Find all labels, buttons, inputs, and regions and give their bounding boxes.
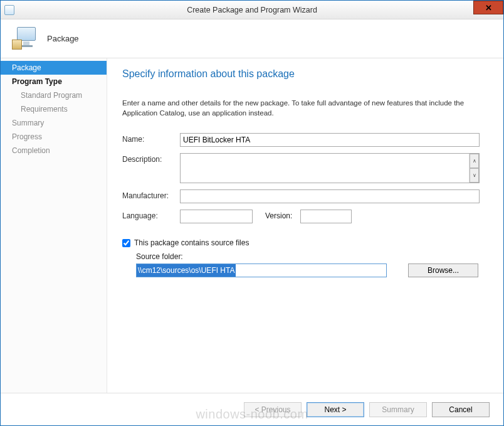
name-input[interactable] [180,133,480,147]
content-pane: Specify information about this package E… [107,58,503,393]
window-title: Create Package and Program Wizard [1,6,503,14]
step-summary: Summary [1,116,107,130]
page-heading: Specify information about this package [122,68,488,80]
step-program-type[interactable]: Program Type [1,75,107,88]
source-folder-input[interactable]: \\cm12\sources\os\UEFI HTA [136,264,387,277]
label-manufacturer: Manufacturer: [122,189,180,200]
step-progress: Progress [1,130,107,144]
close-icon: ✕ [485,3,492,13]
summary-button: Summary [369,402,427,417]
scroll-down-icon[interactable]: ∨ [470,168,479,183]
label-language: Language: [122,210,180,220]
titlebar: Create Package and Program Wizard ✕ [1,1,503,19]
description-input[interactable] [181,154,469,183]
step-package[interactable]: Package [1,61,107,75]
package-icon [12,26,38,52]
header-label: Package [47,34,79,43]
close-button[interactable]: ✕ [473,1,503,14]
description-scroll[interactable]: ∧ ∨ [469,154,479,183]
description-wrap: ∧ ∨ [180,153,480,183]
row-source-folder: \\cm12\sources\os\UEFI HTA Browse... [136,264,488,277]
source-folder-value: \\cm12\sources\os\UEFI HTA [137,264,236,277]
wizard-header: Package [1,19,503,58]
wizard-window: Create Package and Program Wizard ✕ Pack… [0,0,504,426]
intro-text: Enter a name and other details for the n… [122,99,488,118]
label-source-folder: Source folder: [136,252,488,261]
manufacturer-input[interactable] [180,189,480,203]
label-contains-source: This package contains source files [134,238,249,247]
label-version: Version: [265,210,300,220]
scroll-up-icon[interactable]: ∧ [470,154,479,168]
wizard-body: Package Program Type Standard Program Re… [1,58,503,393]
source-folder-block: Source folder: \\cm12\sources\os\UEFI HT… [122,252,488,277]
row-description: Description: ∧ ∨ [122,153,488,183]
browse-button[interactable]: Browse... [408,264,478,277]
row-contains-source: This package contains source files [122,238,488,247]
language-input[interactable] [180,210,253,223]
label-name: Name: [122,133,180,144]
step-requirements: Requirements [1,102,107,116]
wizard-steps: Package Program Type Standard Program Re… [1,58,107,393]
label-description: Description: [122,153,180,164]
row-name: Name: [122,133,488,147]
contains-source-checkbox[interactable] [122,239,130,247]
wizard-footer: < Previous Next > Summary Cancel windows… [1,393,503,425]
cancel-button[interactable]: Cancel [432,402,490,417]
previous-button: < Previous [244,402,302,417]
version-input[interactable] [300,210,352,223]
next-button[interactable]: Next > [307,402,364,417]
row-language-version: Language: Version: [122,210,488,223]
step-completion: Completion [1,144,107,157]
step-standard-program: Standard Program [1,88,107,102]
row-manufacturer: Manufacturer: [122,189,488,203]
